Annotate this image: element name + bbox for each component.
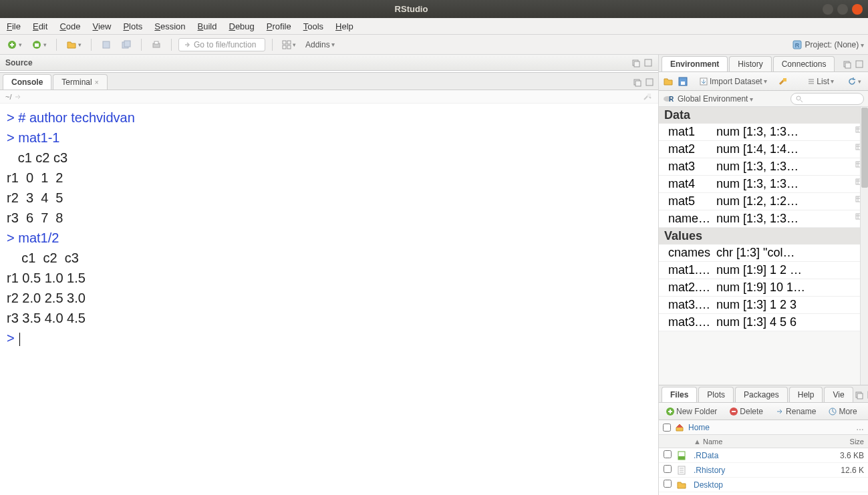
save-button[interactable]: [98, 38, 114, 51]
close-window-button[interactable]: [852, 4, 863, 15]
console-working-dir[interactable]: ~/: [5, 93, 11, 101]
env-row[interactable]: mat3.…num [1:3] 4 5 6: [659, 314, 868, 331]
print-button[interactable]: [148, 38, 164, 51]
env-row[interactable]: mat3num [1:3, 1:3…: [659, 158, 868, 176]
new-file-button[interactable]: ▾: [4, 38, 25, 51]
svg-rect-9: [287, 41, 291, 44]
env-row[interactable]: mat2.…num [1:9] 10 1…: [659, 279, 868, 297]
files-list: .RData3.6 KB.Rhistory12.6 KDesktop: [659, 448, 868, 495]
minimize-console-icon[interactable]: [633, 77, 642, 87]
menu-edit[interactable]: Edit: [33, 21, 47, 31]
env-scrollbar[interactable]: [860, 107, 868, 385]
maximize-pane-icon[interactable]: [643, 58, 653, 67]
tab-packages[interactable]: Packages: [735, 387, 788, 402]
breadcrumb-home[interactable]: Home: [688, 423, 710, 432]
file-row[interactable]: Desktop: [659, 478, 868, 492]
new-project-button[interactable]: ▾: [29, 38, 49, 51]
menu-tools[interactable]: Tools: [303, 21, 323, 31]
path-more-icon[interactable]: …: [856, 423, 864, 432]
clear-workspace-icon[interactable]: [778, 76, 788, 87]
file-row[interactable]: .RData3.6 KB: [659, 448, 868, 463]
svg-rect-27: [783, 78, 786, 81]
menu-file[interactable]: File: [7, 21, 21, 31]
maximize-window-button[interactable]: [837, 4, 848, 15]
menu-help[interactable]: Help: [335, 21, 353, 31]
goto-file-input[interactable]: Go to file/function: [178, 38, 265, 51]
menu-view[interactable]: View: [92, 21, 111, 31]
env-search-input[interactable]: [790, 93, 864, 105]
more-button[interactable]: More: [825, 405, 859, 418]
env-row[interactable]: mat2num [1:4, 1:4…: [659, 141, 868, 158]
env-row[interactable]: named…num [1:3, 1:3…: [659, 210, 868, 228]
minimize-window-button[interactable]: [823, 4, 833, 15]
svg-rect-22: [845, 63, 851, 68]
file-checkbox[interactable]: [664, 450, 672, 458]
tab-history[interactable]: History: [729, 56, 771, 71]
addins-menu[interactable]: Addins: [303, 39, 337, 51]
menu-session[interactable]: Session: [154, 21, 185, 31]
column-size-header[interactable]: Size: [850, 438, 864, 446]
column-name-header[interactable]: Name: [703, 438, 722, 446]
close-icon[interactable]: ×: [95, 79, 99, 86]
clear-console-icon[interactable]: [642, 92, 653, 102]
project-menu[interactable]: Project: (None): [805, 40, 864, 49]
env-row[interactable]: mat1.…num [1:9] 1 2 …: [659, 262, 868, 279]
project-icon: R: [792, 39, 803, 50]
env-list[interactable]: Datamat1num [1:3, 1:3…mat2num [1:4, 1:4……: [659, 107, 868, 385]
import-dataset-button[interactable]: Import Dataset: [696, 75, 770, 88]
svg-text:R: R: [794, 42, 799, 49]
svg-rect-38: [857, 393, 863, 399]
menu-profile[interactable]: Profile: [267, 21, 291, 31]
menu-code[interactable]: Code: [59, 21, 80, 31]
select-all-checkbox[interactable]: [663, 424, 671, 432]
tab-connections[interactable]: Connections: [773, 56, 835, 71]
tab-console[interactable]: Console: [3, 74, 51, 90]
menu-debug[interactable]: Debug: [229, 21, 255, 31]
tab-plots[interactable]: Plots: [698, 387, 734, 402]
env-row[interactable]: mat4num [1:3, 1:3…: [659, 176, 868, 193]
env-row[interactable]: cnameschr [1:3] "col…: [659, 244, 868, 262]
minimize-pane-icon[interactable]: [631, 58, 641, 67]
menu-build[interactable]: Build: [198, 21, 217, 31]
tab-files[interactable]: Files: [662, 387, 697, 402]
svg-rect-16: [645, 59, 652, 66]
new-folder-button[interactable]: New Folder: [663, 405, 720, 418]
console-tabstrip: Console Terminal×: [0, 73, 658, 90]
file-row[interactable]: .Rhistory12.6 K: [659, 463, 868, 478]
svg-rect-5: [124, 41, 130, 47]
console-output[interactable]: > # author techvidvan > mat1-1 c1 c2 c3 …: [0, 104, 658, 495]
refresh-env-button[interactable]: ▾: [845, 75, 864, 88]
maximize-console-icon[interactable]: [645, 77, 654, 87]
file-checkbox[interactable]: [664, 465, 672, 473]
save-all-button[interactable]: [118, 38, 134, 51]
svg-rect-3: [103, 41, 110, 48]
save-workspace-icon[interactable]: [678, 76, 688, 87]
rename-button[interactable]: Rename: [772, 405, 819, 418]
env-row[interactable]: mat3.…num [1:3] 1 2 3: [659, 297, 868, 314]
r-logo-icon: R: [663, 94, 674, 104]
svg-rect-25: [681, 81, 685, 85]
tab-environment[interactable]: Environment: [662, 56, 728, 71]
popout-icon[interactable]: [14, 93, 22, 101]
file-checkbox[interactable]: [664, 480, 672, 488]
minimize-env-icon[interactable]: [843, 59, 852, 69]
tab-viewer[interactable]: Vie: [824, 387, 853, 402]
menu-plots[interactable]: Plots: [123, 21, 142, 31]
files-breadcrumb: Home …: [659, 420, 868, 435]
env-tabstrip: Environment History Connections: [659, 55, 868, 72]
open-file-button[interactable]: ▾: [63, 38, 84, 51]
env-row[interactable]: mat5num [1:2, 1:2…: [659, 193, 868, 210]
env-row[interactable]: mat1num [1:3, 1:3…: [659, 124, 868, 141]
tab-terminal[interactable]: Terminal×: [53, 74, 107, 90]
delete-button[interactable]: Delete: [726, 405, 766, 418]
load-workspace-icon[interactable]: [663, 76, 674, 87]
svg-rect-15: [634, 61, 639, 67]
home-icon[interactable]: [675, 423, 684, 432]
tab-help[interactable]: Help: [789, 387, 823, 402]
list-view-toggle[interactable]: List: [805, 75, 837, 88]
workspace-panes-button[interactable]: ▾: [279, 39, 299, 51]
svg-rect-23: [856, 61, 863, 67]
minimize-files-icon[interactable]: [855, 390, 864, 399]
maximize-env-icon[interactable]: [855, 59, 864, 69]
env-scope-selector[interactable]: Global Environment: [678, 94, 753, 104]
